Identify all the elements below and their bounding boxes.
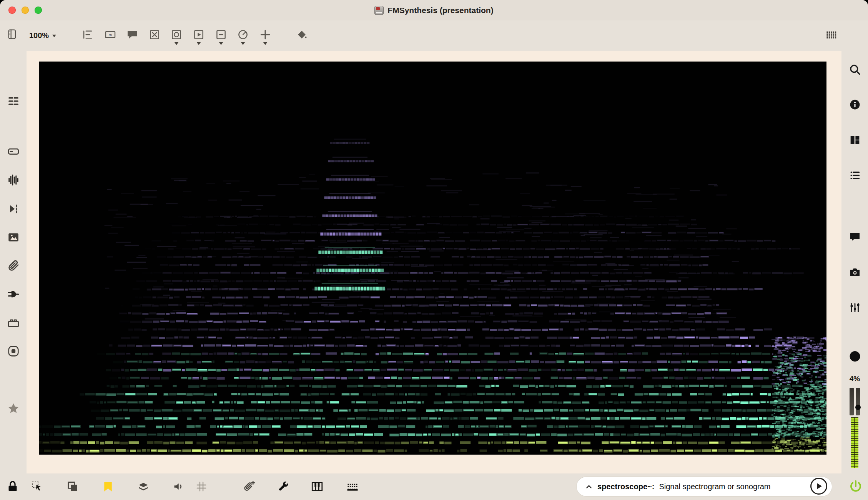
message-box-button[interactable]: m xyxy=(104,28,117,41)
number-box-icon xyxy=(215,28,228,41)
camera-icon xyxy=(848,266,861,279)
button-icon xyxy=(170,28,183,41)
playbar-button[interactable] xyxy=(192,28,205,45)
close-button[interactable] xyxy=(8,7,16,14)
list-icon xyxy=(848,169,861,182)
object-list-icon xyxy=(81,28,94,41)
add-object-icon xyxy=(259,28,272,41)
zoom-value: 100% xyxy=(29,31,49,40)
stack-button[interactable] xyxy=(136,480,150,495)
audio-status-icon xyxy=(7,173,20,187)
speaker-button[interactable] xyxy=(171,480,185,495)
favorites-button[interactable] xyxy=(7,402,20,417)
plug-icon xyxy=(7,287,20,301)
layers-icon xyxy=(66,480,80,493)
add-attachment-icon xyxy=(242,480,256,493)
patcher-canvas[interactable] xyxy=(27,51,841,473)
presentation-flag-button[interactable] xyxy=(101,480,115,495)
sidebar-toggle-icon xyxy=(6,28,18,40)
camera-button[interactable] xyxy=(848,266,861,280)
matrix-grid-button[interactable] xyxy=(825,28,838,41)
left-sidebar xyxy=(0,51,27,473)
object-palette-button[interactable] xyxy=(7,344,20,360)
speaker-icon xyxy=(171,480,185,493)
object-list-button[interactable] xyxy=(81,28,94,41)
dial-button[interactable] xyxy=(236,28,249,45)
audio-power-button[interactable] xyxy=(848,479,863,496)
playback-icon xyxy=(7,202,20,216)
package-icon xyxy=(7,316,20,330)
fullscreen-button[interactable] xyxy=(35,7,42,14)
chevron-down-icon[interactable] xyxy=(197,42,201,45)
toggle-icon xyxy=(148,28,161,41)
layers-button[interactable] xyxy=(66,480,80,495)
bottom-toolbar: spectroscope~: Signal spectrogram or son… xyxy=(0,473,868,500)
chevron-down-icon[interactable] xyxy=(175,42,178,45)
piano-keyboard-button[interactable] xyxy=(310,480,324,495)
dsp-status-dot xyxy=(850,351,860,362)
console-button[interactable] xyxy=(7,145,20,160)
split-view-button[interactable] xyxy=(848,133,861,148)
message-box-icon: m xyxy=(104,28,117,41)
toggle-button[interactable] xyxy=(148,28,161,41)
number-box-button[interactable] xyxy=(215,28,228,45)
sidebar-toggle-button[interactable] xyxy=(6,28,18,40)
comment-button[interactable] xyxy=(126,28,139,41)
lock-button[interactable] xyxy=(6,480,20,495)
grid-button[interactable] xyxy=(195,480,208,495)
playback-button[interactable] xyxy=(7,202,20,217)
matrix-grid-icon xyxy=(825,28,838,41)
button-object-button[interactable] xyxy=(170,28,183,45)
wrench-button[interactable] xyxy=(276,480,290,495)
right-sidebar: 4% xyxy=(841,51,868,473)
attachment-icon xyxy=(7,259,20,273)
playbar-icon xyxy=(192,28,205,41)
mixer-button[interactable] xyxy=(848,301,861,316)
info-icon xyxy=(848,98,861,111)
chevron-down-icon[interactable] xyxy=(241,42,245,45)
list-button[interactable] xyxy=(848,169,861,183)
dial-icon xyxy=(236,28,249,41)
window-title: FMSynthesis (presentation) xyxy=(387,6,493,15)
chevron-down-icon[interactable] xyxy=(219,42,223,45)
stack-icon xyxy=(136,480,150,493)
status-description: Signal spectrogram or sonogram xyxy=(659,482,770,491)
chat-button[interactable] xyxy=(848,230,861,245)
disclosure-caret-icon[interactable] xyxy=(585,483,593,490)
chat-icon xyxy=(848,230,861,243)
titlebar: FMSynthesis (presentation) xyxy=(0,0,868,20)
cpu-usage-label: 4% xyxy=(841,375,868,383)
menu-lines-button[interactable] xyxy=(7,94,20,110)
audio-status-button[interactable] xyxy=(7,173,20,188)
status-bar: spectroscope~: Signal spectrogram or son… xyxy=(577,477,832,496)
attachment-button[interactable] xyxy=(7,259,20,274)
spectroscope-object[interactable] xyxy=(39,62,826,455)
presentation-flag-icon xyxy=(101,480,115,493)
run-button[interactable] xyxy=(810,478,827,495)
step-matrix-button[interactable] xyxy=(346,480,359,495)
search-icon xyxy=(848,63,861,76)
audio-power-icon xyxy=(848,479,863,494)
add-object-button[interactable] xyxy=(259,28,272,45)
star-icon xyxy=(7,402,20,415)
info-button[interactable] xyxy=(848,98,861,113)
title-group: FMSynthesis (presentation) xyxy=(374,6,493,15)
level-meter xyxy=(851,417,858,468)
image-button[interactable] xyxy=(7,230,20,246)
lock-icon xyxy=(6,480,20,493)
chevron-down-icon[interactable] xyxy=(263,42,267,45)
search-button[interactable] xyxy=(848,63,861,78)
object-palette-icon xyxy=(7,344,20,358)
cpu-dot xyxy=(855,405,861,410)
zoom-control[interactable]: 100% xyxy=(29,20,56,51)
pointer-icon xyxy=(30,480,44,493)
add-attachment-button[interactable] xyxy=(242,480,256,495)
pointer-button[interactable] xyxy=(30,480,44,495)
package-button[interactable] xyxy=(7,316,20,331)
spectroscope-canvas xyxy=(39,62,826,455)
split-view-icon xyxy=(848,133,861,147)
minimize-button[interactable] xyxy=(22,7,29,14)
top-toolbar: 100% m xyxy=(0,20,868,51)
plug-button[interactable] xyxy=(7,287,20,303)
paint-bucket-button[interactable] xyxy=(295,28,308,41)
